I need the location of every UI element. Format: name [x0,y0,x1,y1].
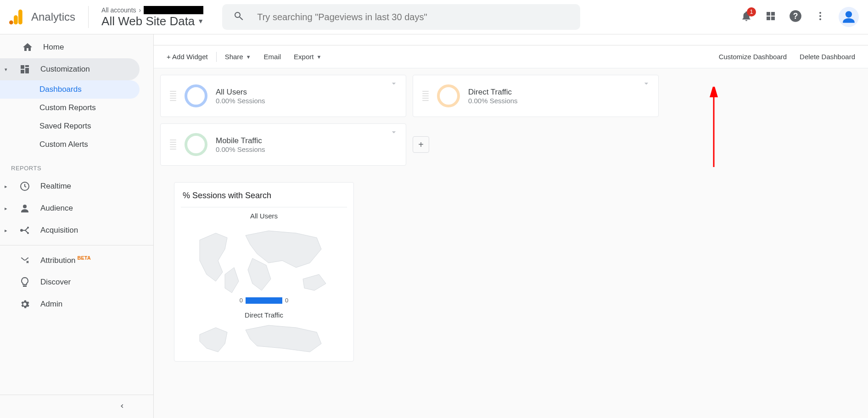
sidebar-item-discover[interactable]: ▸ Discover [0,271,153,293]
dashboard-icon [19,64,30,75]
svg-rect-4 [771,12,775,16]
svg-rect-5 [767,17,770,20]
chevron-right-icon: ▸ [5,206,9,212]
user-avatar[interactable] [839,7,859,27]
sessions-with-search-panel: % Sessions with Search All Users 0 0 [174,182,354,362]
more-button[interactable] [815,11,826,23]
sidebar-item-label: Home [43,43,64,52]
help-button[interactable]: ? [789,10,802,24]
segment-widget-direct-traffic[interactable]: Direct Traffic 0.00% Sessions [413,75,659,117]
segment-ring-icon [185,84,207,107]
chevron-down-icon: ▼ [246,54,251,60]
sidebar-sub-label: Custom Alerts [39,140,88,149]
sidebar-sub-custom-reports[interactable]: Custom Reports [0,99,140,117]
sidebar-sub-label: Saved Reports [39,122,91,131]
svg-rect-6 [771,17,775,20]
home-icon [22,42,33,53]
svg-rect-15 [25,68,29,73]
sidebar-item-audience[interactable]: ▸ Audience [0,197,153,219]
dashboard-toolbar: + Add Widget Share▼ Email Export▼ Custom… [154,45,868,68]
segment-ring-icon [437,84,460,107]
search-icon [233,11,244,23]
delete-dashboard-button[interactable]: Delete Dashboard [793,53,862,61]
user-icon [19,203,30,214]
sidebar-item-label: Realtime [40,182,71,191]
sidebar-item-label: Audience [40,204,73,213]
svg-point-2 [9,21,13,25]
add-widget-button[interactable]: + Add Widget [160,53,214,61]
gradient-high: 0 [285,297,288,304]
svg-point-9 [819,12,821,14]
svg-rect-13 [21,65,24,69]
property-name: All Web Site Data [101,14,195,28]
reports-section-label: REPORTS [0,154,153,175]
chevron-right-icon: ▸ [5,228,9,234]
analytics-logo-icon [9,9,23,25]
sidebar-item-acquisition[interactable]: ▸ Acquisition [0,219,153,241]
content-area: + Add Widget Share▼ Email Export▼ Custom… [154,34,868,418]
svg-rect-14 [25,65,29,67]
map-label-all-users: All Users [181,212,347,220]
brand: Analytics [9,6,89,28]
export-button[interactable]: Export▼ [287,53,328,61]
search-input[interactable] [257,12,569,22]
app-header: Analytics All accounts › All Web Site Da… [0,0,868,34]
gradient-low: 0 [240,297,243,304]
notification-badge: 1 [747,7,756,17]
sidebar-item-label: Discover [40,278,71,287]
drag-handle-icon[interactable] [170,91,176,101]
beta-badge: BETA [78,255,91,261]
search-bar[interactable] [222,4,580,30]
apps-button[interactable] [765,11,776,23]
map-label-direct-traffic: Direct Traffic [181,311,347,319]
sidebar-item-label: Customization [40,65,90,74]
svg-rect-0 [18,10,22,25]
collapse-sidebar-button[interactable] [114,398,130,414]
world-map-icon [190,321,337,353]
chevron-down-icon[interactable] [642,79,651,90]
drag-handle-icon[interactable] [170,139,176,150]
chevron-down-icon[interactable] [389,128,398,139]
account-selector[interactable]: All accounts › All Web Site Data ▼ [89,6,204,28]
sidebar-sub-label: Dashboards [39,85,82,94]
gear-icon [19,299,30,310]
chevron-down-icon: ▼ [316,54,321,60]
lightbulb-icon [19,277,30,288]
svg-text:?: ? [793,11,798,21]
sidebar-item-label: Acquisition [40,226,78,235]
segment-ring-icon [185,133,207,156]
widget-title: Mobile Traffic [216,136,265,145]
chevron-down-icon: ▾ [5,67,9,72]
svg-point-19 [20,229,23,232]
drag-handle-icon[interactable] [422,91,429,101]
panel-title: % Sessions with Search [181,191,347,207]
clock-icon [19,181,30,192]
add-segment-button[interactable]: + [413,136,429,153]
sidebar-sub-saved-reports[interactable]: Saved Reports [0,117,140,135]
sidebar-item-label: AttributionBETA [40,255,91,265]
sidebar-item-customization[interactable]: ▾ Customization [0,58,140,80]
svg-point-21 [27,232,29,234]
brand-text: Analytics [31,11,75,23]
customize-dashboard-button[interactable]: Customize Dashboard [712,53,793,61]
svg-point-10 [819,15,821,17]
acquisition-icon [19,225,30,236]
segment-widget-all-users[interactable]: All Users 0.00% Sessions [160,75,406,117]
notifications-button[interactable]: 1 [740,10,752,24]
sidebar-item-label: Admin [40,300,62,309]
sidebar-item-home[interactable]: ▸ Home [0,36,140,58]
widget-title: Direct Traffic [468,88,518,97]
share-button[interactable]: Share▼ [218,53,258,61]
sidebar-sub-custom-alerts[interactable]: Custom Alerts [0,135,140,154]
segment-widget-mobile-traffic[interactable]: Mobile Traffic 0.00% Sessions [160,123,406,166]
svg-rect-3 [767,12,770,16]
all-accounts-label: All accounts [101,6,136,14]
chevron-down-icon[interactable] [389,79,398,90]
sidebar-sub-dashboards[interactable]: Dashboards [0,80,140,99]
sidebar-item-realtime[interactable]: ▸ Realtime [0,175,153,197]
breadcrumb-caret: › [139,6,141,14]
email-button[interactable]: Email [258,53,288,61]
sidebar-item-attribution[interactable]: ▸ AttributionBETA [0,249,153,271]
svg-point-20 [27,227,29,229]
sidebar-item-admin[interactable]: ▸ Admin [0,293,153,315]
